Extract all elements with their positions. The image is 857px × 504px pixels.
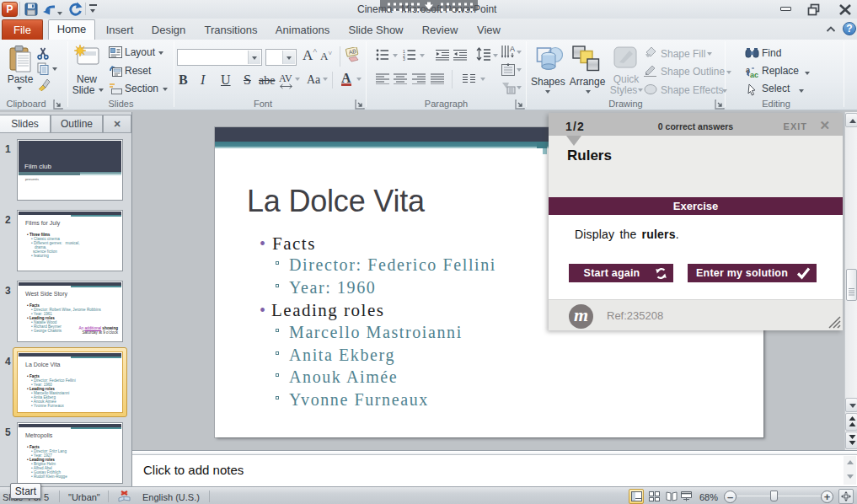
svg-text:3: 3 [403, 56, 405, 61]
svg-text:A: A [510, 45, 515, 53]
svg-text:ac: ac [750, 71, 758, 78]
